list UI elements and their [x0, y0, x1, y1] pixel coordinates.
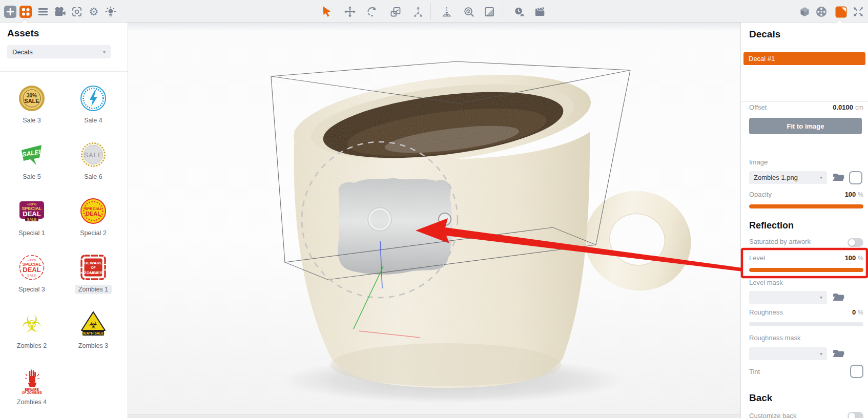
opacity-slider[interactable]: [749, 204, 863, 208]
decal-list-item-selected[interactable]: Decal #1: [743, 52, 865, 65]
roughness-mask-folder-button[interactable]: [832, 348, 845, 360]
decals-panel-title: Decals: [749, 29, 780, 40]
move-tool-button[interactable]: [343, 5, 357, 19]
level-slider[interactable]: [749, 268, 863, 272]
scene-cube-button[interactable]: [797, 5, 812, 19]
folder-icon: [832, 292, 845, 303]
asset-label: Zombies 3: [75, 341, 112, 350]
svg-text:DEAL: DEAL: [23, 266, 40, 274]
offset-value[interactable]: 0.0100: [833, 103, 853, 111]
assets-grid-button[interactable]: [18, 5, 33, 19]
asset-label: Special 3: [15, 285, 48, 294]
decals-sheet-button[interactable]: [834, 5, 848, 19]
sale-6-silver-badge-icon: SALE: [63, 140, 124, 169]
level-mask-dropdown[interactable]: ▾: [749, 291, 827, 304]
settings-button[interactable]: ⚙: [87, 5, 101, 19]
svg-text:SALE: SALE: [27, 217, 36, 222]
toolbar: ⚙: [0, 0, 868, 23]
scale-tool-button[interactable]: [388, 5, 403, 19]
asset-item-sale-3[interactable]: 30%SALE Sale 3: [1, 84, 63, 125]
asset-label: Sale 4: [80, 116, 106, 125]
materials-reel-button[interactable]: [814, 5, 829, 19]
decals-panel: Decals Decal #1 Offset 0.0100 cm Fit to …: [740, 23, 868, 418]
asset-item-sale-6[interactable]: SALE Sale 6: [63, 140, 124, 181]
tint-color-swatch[interactable]: [850, 365, 863, 378]
roughness-value[interactable]: 0: [852, 308, 856, 316]
image-browse-folder-button[interactable]: [832, 172, 845, 183]
svg-text:☣: ☣: [22, 311, 42, 336]
svg-text:DEATH SALE!: DEATH SALE!: [81, 331, 105, 335]
asset-item-special-3[interactable]: -30%SPECIALDEALSALE Special 3: [1, 253, 63, 294]
zombies-2-biohazard-icon: ☣: [1, 309, 63, 338]
folder-icon: [832, 172, 845, 183]
svg-text:☣: ☣: [89, 319, 98, 330]
asset-item-sale-4[interactable]: Sale 4: [63, 84, 124, 125]
level-mask-label: Level mask: [749, 279, 863, 286]
gizmo-handle-circle[interactable]: [439, 213, 451, 225]
saturated-by-artwork-row: Saturated by artwork: [749, 238, 863, 247]
asset-item-zombies-3[interactable]: ☣DEATH SALE! Zombies 3: [63, 309, 124, 350]
opacity-value[interactable]: 100: [845, 191, 856, 198]
asset-item-special-1[interactable]: -30%SPECIALDEALSALE Special 1: [1, 197, 63, 238]
svg-text:-30%: -30%: [28, 258, 36, 262]
level-value[interactable]: 100: [845, 254, 856, 262]
select-cursor-icon: [321, 6, 333, 18]
special-2-badge-icon: SPECIALDEAL: [63, 197, 124, 225]
roughness-mask-label: Roughness mask: [749, 334, 863, 342]
level-mask-label-row: Level mask: [749, 279, 863, 288]
chevron-down-icon: ▾: [820, 351, 822, 357]
zombies-3-warning-icon: ☣DEATH SALE!: [63, 309, 124, 338]
roughness-slider[interactable]: [749, 322, 863, 326]
spread-tool-button[interactable]: [411, 5, 425, 19]
frame-selection-button[interactable]: [70, 5, 84, 19]
image-color-swatch[interactable]: [849, 171, 862, 184]
asset-item-zombies-2[interactable]: ☣ Zombies 2: [1, 309, 63, 350]
move-tool-icon: [344, 6, 356, 17]
assets-panel-title: Assets: [7, 28, 39, 39]
asset-item-zombies-4[interactable]: BEWAREOF ZOMBIES Zombies 4: [1, 366, 63, 407]
layers-menu-button[interactable]: [36, 5, 50, 19]
toolbar-separator: [503, 3, 503, 19]
fit-to-image-button[interactable]: Fit to image: [749, 118, 862, 134]
reflection-level-row: Level 100 %: [749, 254, 863, 263]
asset-item-sale-5[interactable]: SALE! Sale 5: [1, 140, 63, 181]
zoom-to-object-button[interactable]: [462, 5, 476, 19]
lighting-bulb-icon: [105, 6, 116, 17]
matte-shadow-button[interactable]: [482, 5, 497, 19]
add-icon: [4, 5, 17, 18]
asset-category-dropdown[interactable]: Decals ▾: [7, 45, 111, 58]
rotate-tool-button[interactable]: [365, 5, 379, 19]
offset-row: Offset 0.0100 cm: [749, 103, 863, 113]
lighting-button[interactable]: [104, 5, 118, 19]
asset-item-special-2[interactable]: SPECIALDEAL Special 2: [63, 197, 124, 238]
asset-item-zombies-1[interactable]: BEWAREOFZOMBIES Zombies 1: [63, 253, 124, 294]
settings-gear-icon: ⚙: [89, 7, 99, 17]
render-clapper-icon: [534, 6, 546, 17]
offset-unit: cm: [855, 104, 863, 111]
add-button[interactable]: [3, 5, 17, 19]
drop-to-floor-button[interactable]: [440, 5, 454, 19]
asset-label: Special 2: [76, 228, 110, 238]
viewport-3d-canvas[interactable]: [128, 23, 740, 414]
asset-label: Sale 6: [80, 172, 106, 181]
zoom-to-object-icon: [463, 6, 474, 17]
fullscreen-expand-button[interactable]: [851, 5, 865, 19]
image-dropdown[interactable]: Zombies 1.png ▾: [749, 171, 827, 184]
roughness-unit: %: [858, 309, 863, 316]
asset-label: Special 1: [15, 228, 48, 238]
customize-back-toggle[interactable]: [848, 412, 863, 418]
select-cursor-button[interactable]: [320, 5, 334, 19]
sale-5-ribbon-icon: SALE!: [1, 140, 63, 169]
time-tool-button[interactable]: [512, 5, 526, 19]
roughness-mask-dropdown[interactable]: ▾: [749, 347, 827, 360]
svg-text:SALE: SALE: [27, 274, 36, 277]
saturated-by-artwork-toggle[interactable]: [848, 238, 863, 247]
svg-text:ZOMBIES: ZOMBIES: [84, 270, 103, 275]
reflection-heading: Reflection: [749, 220, 794, 231]
materials-reel-icon: [815, 6, 828, 18]
render-clapper-button[interactable]: [533, 5, 547, 19]
svg-text:SALE: SALE: [84, 151, 102, 159]
back-heading: Back: [749, 392, 772, 404]
cameras-button[interactable]: [53, 5, 67, 19]
level-mask-folder-button[interactable]: [832, 292, 845, 303]
